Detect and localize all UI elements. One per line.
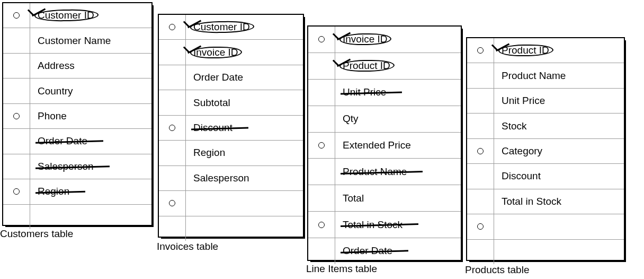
- field-row: Address: [3, 54, 151, 79]
- field-row: Category: [467, 139, 624, 164]
- field-row: Order Date: [3, 129, 151, 154]
- margin-column: [159, 90, 186, 115]
- margin-column: [3, 54, 30, 78]
- binder-hole-icon: [13, 188, 20, 195]
- margin-column: [308, 185, 335, 211]
- table-caption: Invoices table: [157, 241, 218, 252]
- margin-column: [467, 214, 494, 239]
- field-text: Total in Stock: [502, 196, 561, 207]
- field-row: Subtotal: [159, 90, 303, 115]
- margin-column: [159, 116, 186, 140]
- field-text: Customer ID: [38, 10, 94, 21]
- field-text: Order Date: [193, 72, 243, 83]
- field-text: Order Date: [38, 135, 87, 146]
- binder-hole-icon: [318, 222, 325, 228]
- margin-column: [467, 89, 494, 113]
- field-label: Category: [494, 145, 542, 157]
- field-text: Region: [193, 147, 225, 158]
- checkmark-icon: [185, 18, 199, 32]
- field-row: Salesperson: [159, 166, 303, 191]
- field-label: Invoice ID: [335, 33, 387, 45]
- field-label: Total in Stock: [494, 196, 561, 207]
- field-text: Customer ID: [193, 21, 250, 32]
- field-text: Product Name: [343, 166, 407, 177]
- margin-column: [467, 164, 494, 188]
- field-text: Discount: [193, 122, 232, 133]
- field-row: Extended Price: [308, 133, 461, 159]
- margin-column: [3, 205, 30, 229]
- field-text: Customer Name: [38, 35, 111, 46]
- margin-column: [308, 80, 335, 106]
- field-label: Product Name: [335, 166, 407, 178]
- field-row: [159, 191, 303, 216]
- field-text: Category: [502, 145, 542, 156]
- field-label: Order Date: [186, 72, 243, 83]
- margin-column: [3, 154, 30, 179]
- binder-hole-icon: [169, 24, 175, 30]
- checkmark-icon: [334, 57, 348, 71]
- field-label: Customer Name: [30, 35, 111, 47]
- table-caption: Customers table: [0, 228, 73, 240]
- margin-column: [3, 28, 30, 53]
- table-card-lineitems: Invoice IDProduct IDUnit PriceQtyExtende…: [307, 25, 462, 261]
- field-text: Phone: [38, 110, 67, 121]
- checkmark-icon: [493, 41, 507, 55]
- field-text: Subtotal: [193, 97, 230, 108]
- table-card-invoices: Customer IDInvoice IDOrder DateSubtotalD…: [158, 14, 304, 238]
- field-text: Total in Stock: [343, 219, 402, 230]
- margin-column: [308, 27, 335, 53]
- field-row: Customer Name: [3, 28, 151, 53]
- field-text: Product ID: [343, 60, 390, 71]
- binder-hole-icon: [477, 47, 484, 54]
- field-text: Product ID: [502, 45, 549, 56]
- binder-hole-icon: [477, 148, 484, 154]
- field-text: Total: [343, 193, 364, 204]
- margin-column: [159, 216, 186, 241]
- table-caption: Line Items table: [306, 263, 377, 275]
- margin-column: [3, 179, 30, 204]
- field-row: Discount: [159, 116, 303, 141]
- field-label: Subtotal: [186, 97, 230, 109]
- field-label: Discount: [186, 122, 232, 134]
- field-row: Product Name: [308, 159, 461, 185]
- field-row: [3, 205, 151, 229]
- field-text: Order Date: [343, 245, 392, 256]
- field-label: Discount: [494, 170, 541, 182]
- field-label: Product Name: [494, 70, 566, 82]
- field-label: Product ID: [494, 45, 549, 56]
- binder-hole-icon: [13, 113, 20, 119]
- field-text: Region: [38, 186, 69, 197]
- field-label: Total in Stock: [335, 219, 402, 231]
- margin-column: [308, 53, 335, 79]
- field-row: Invoice ID: [159, 40, 303, 65]
- field-label: Region: [30, 186, 69, 197]
- field-row: Region: [159, 141, 303, 165]
- field-row: Phone: [3, 104, 151, 129]
- margin-column: [159, 191, 186, 215]
- field-row: Product Name: [467, 63, 624, 88]
- binder-hole-icon: [169, 125, 175, 131]
- margin-column: [3, 104, 30, 128]
- margin-column: [467, 38, 494, 63]
- checkmark-icon: [334, 30, 348, 44]
- margin-column: [159, 65, 186, 90]
- field-row: Total: [308, 185, 461, 212]
- field-label: Country: [30, 85, 73, 97]
- table-caption: Products table: [465, 264, 529, 276]
- field-row: Total in Stock: [308, 212, 461, 238]
- margin-column: [308, 212, 335, 238]
- field-text: Qty: [343, 113, 359, 124]
- margin-column: [159, 166, 186, 190]
- field-label: Product ID: [335, 60, 390, 72]
- field-label: Phone: [30, 110, 67, 122]
- field-row: Unit Price: [308, 80, 461, 106]
- field-row: Stock: [467, 114, 624, 138]
- field-label: Extended Price: [335, 140, 411, 151]
- binder-hole-icon: [13, 12, 20, 19]
- table-card-products: Product IDProduct NameUnit PriceStockCat…: [466, 37, 625, 261]
- field-row: Customer ID: [159, 15, 303, 40]
- field-label: Salesperson: [186, 172, 249, 184]
- margin-column: [467, 240, 494, 264]
- field-label: Qty: [335, 113, 359, 125]
- field-label: Unit Price: [494, 95, 545, 107]
